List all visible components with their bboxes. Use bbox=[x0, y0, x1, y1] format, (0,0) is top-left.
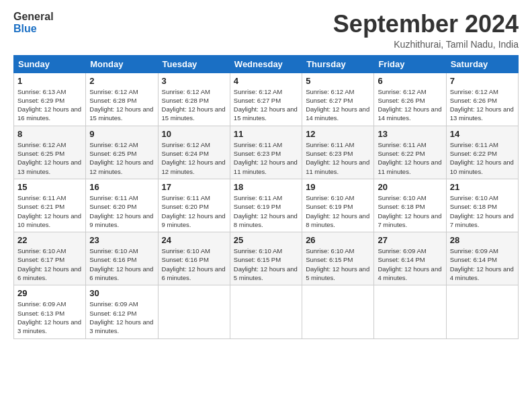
calendar-day-cell: 1 Sunrise: 6:13 AMSunset: 6:29 PMDayligh… bbox=[14, 73, 86, 126]
day-info: Sunrise: 6:11 AMSunset: 6:23 PMDaylight:… bbox=[306, 141, 369, 175]
day-info: Sunrise: 6:11 AMSunset: 6:22 PMDaylight:… bbox=[450, 141, 514, 175]
empty-cell bbox=[230, 285, 302, 338]
weekday-header-wednesday: Wednesday bbox=[230, 55, 302, 73]
day-info: Sunrise: 6:12 AMSunset: 6:27 PMDaylight:… bbox=[306, 88, 369, 122]
page: General Blue General Blue September 2024… bbox=[0, 0, 532, 411]
day-info: Sunrise: 6:11 AMSunset: 6:19 PMDaylight:… bbox=[234, 194, 298, 228]
calendar-day-cell: 27 Sunrise: 6:09 AMSunset: 6:14 PMDaylig… bbox=[374, 232, 446, 285]
calendar-day-cell: 28 Sunrise: 6:09 AMSunset: 6:14 PMDaylig… bbox=[446, 232, 518, 285]
day-number: 2 bbox=[89, 76, 154, 86]
logo-line2: Blue bbox=[13, 23, 54, 35]
calendar-day-cell: 11 Sunrise: 6:11 AMSunset: 6:23 PMDaylig… bbox=[230, 126, 302, 179]
day-info: Sunrise: 6:12 AMSunset: 6:28 PMDaylight:… bbox=[89, 88, 153, 122]
day-number: 22 bbox=[17, 235, 82, 245]
calendar-day-cell: 2 Sunrise: 6:12 AMSunset: 6:28 PMDayligh… bbox=[86, 73, 158, 126]
calendar-day-cell: 12 Sunrise: 6:11 AMSunset: 6:23 PMDaylig… bbox=[302, 126, 374, 179]
day-info: Sunrise: 6:10 AMSunset: 6:16 PMDaylight:… bbox=[162, 247, 226, 281]
weekday-header-sunday: Sunday bbox=[14, 55, 86, 73]
calendar-day-cell: 25 Sunrise: 6:10 AMSunset: 6:15 PMDaylig… bbox=[230, 232, 302, 285]
day-number: 16 bbox=[89, 182, 154, 192]
calendar-week-row: 22 Sunrise: 6:10 AMSunset: 6:17 PMDaylig… bbox=[14, 232, 519, 285]
day-number: 4 bbox=[234, 76, 298, 86]
calendar-day-cell: 9 Sunrise: 6:12 AMSunset: 6:25 PMDayligh… bbox=[86, 126, 158, 179]
calendar-week-row: 15 Sunrise: 6:11 AMSunset: 6:21 PMDaylig… bbox=[14, 179, 519, 232]
day-number: 10 bbox=[162, 129, 226, 139]
day-info: Sunrise: 6:09 AMSunset: 6:14 PMDaylight:… bbox=[450, 247, 514, 281]
day-info: Sunrise: 6:12 AMSunset: 6:28 PMDaylight:… bbox=[162, 88, 226, 122]
day-info: Sunrise: 6:10 AMSunset: 6:18 PMDaylight:… bbox=[378, 194, 441, 228]
day-info: Sunrise: 6:10 AMSunset: 6:15 PMDaylight:… bbox=[234, 247, 298, 281]
day-number: 7 bbox=[450, 76, 515, 86]
calendar-day-cell: 13 Sunrise: 6:11 AMSunset: 6:22 PMDaylig… bbox=[374, 126, 446, 179]
month-title: September 2024 bbox=[333, 11, 519, 38]
calendar-day-cell: 22 Sunrise: 6:10 AMSunset: 6:17 PMDaylig… bbox=[14, 232, 86, 285]
logo-line1: General bbox=[13, 11, 54, 23]
day-number: 19 bbox=[306, 182, 370, 192]
day-info: Sunrise: 6:10 AMSunset: 6:19 PMDaylight:… bbox=[306, 194, 369, 228]
calendar-day-cell: 20 Sunrise: 6:10 AMSunset: 6:18 PMDaylig… bbox=[374, 179, 446, 232]
day-number: 30 bbox=[89, 288, 154, 298]
calendar-day-cell: 10 Sunrise: 6:12 AMSunset: 6:24 PMDaylig… bbox=[158, 126, 230, 179]
day-number: 1 bbox=[17, 76, 82, 86]
day-number: 27 bbox=[378, 235, 442, 245]
calendar-table: SundayMondayTuesdayWednesdayThursdayFrid… bbox=[13, 55, 519, 339]
day-number: 20 bbox=[378, 182, 442, 192]
day-info: Sunrise: 6:12 AMSunset: 6:25 PMDaylight:… bbox=[17, 141, 81, 175]
calendar-week-row: 29 Sunrise: 6:09 AMSunset: 6:13 PMDaylig… bbox=[14, 285, 519, 338]
calendar-day-cell: 30 Sunrise: 6:09 AMSunset: 6:12 PMDaylig… bbox=[86, 285, 158, 338]
calendar-day-cell: 16 Sunrise: 6:11 AMSunset: 6:20 PMDaylig… bbox=[86, 179, 158, 232]
day-info: Sunrise: 6:10 AMSunset: 6:18 PMDaylight:… bbox=[450, 194, 514, 228]
logo: General Blue General Blue bbox=[13, 11, 54, 34]
calendar-day-cell: 17 Sunrise: 6:11 AMSunset: 6:20 PMDaylig… bbox=[158, 179, 230, 232]
day-number: 26 bbox=[306, 235, 370, 245]
day-number: 25 bbox=[234, 235, 298, 245]
day-number: 28 bbox=[450, 235, 515, 245]
day-number: 23 bbox=[89, 235, 154, 245]
empty-cell bbox=[158, 285, 230, 338]
calendar-day-cell: 5 Sunrise: 6:12 AMSunset: 6:27 PMDayligh… bbox=[302, 73, 374, 126]
empty-cell bbox=[302, 285, 374, 338]
day-number: 18 bbox=[234, 182, 298, 192]
header: General Blue General Blue September 2024… bbox=[13, 11, 519, 50]
title-section: September 2024 Kuzhithurai, Tamil Nadu, … bbox=[333, 11, 519, 50]
location-subtitle: Kuzhithurai, Tamil Nadu, India bbox=[333, 39, 519, 50]
calendar-day-cell: 8 Sunrise: 6:12 AMSunset: 6:25 PMDayligh… bbox=[14, 126, 86, 179]
calendar-week-row: 8 Sunrise: 6:12 AMSunset: 6:25 PMDayligh… bbox=[14, 126, 519, 179]
day-number: 11 bbox=[234, 129, 298, 139]
calendar-day-cell: 23 Sunrise: 6:10 AMSunset: 6:16 PMDaylig… bbox=[86, 232, 158, 285]
day-info: Sunrise: 6:11 AMSunset: 6:22 PMDaylight:… bbox=[378, 141, 441, 175]
calendar-day-cell: 18 Sunrise: 6:11 AMSunset: 6:19 PMDaylig… bbox=[230, 179, 302, 232]
day-number: 15 bbox=[17, 182, 82, 192]
calendar-day-cell: 26 Sunrise: 6:10 AMSunset: 6:15 PMDaylig… bbox=[302, 232, 374, 285]
calendar-header-row: SundayMondayTuesdayWednesdayThursdayFrid… bbox=[14, 55, 519, 73]
day-info: Sunrise: 6:12 AMSunset: 6:24 PMDaylight:… bbox=[162, 141, 226, 175]
day-info: Sunrise: 6:10 AMSunset: 6:16 PMDaylight:… bbox=[89, 247, 153, 281]
day-info: Sunrise: 6:11 AMSunset: 6:20 PMDaylight:… bbox=[162, 194, 226, 228]
day-number: 12 bbox=[306, 129, 370, 139]
calendar-day-cell: 14 Sunrise: 6:11 AMSunset: 6:22 PMDaylig… bbox=[446, 126, 518, 179]
day-number: 3 bbox=[162, 76, 226, 86]
day-info: Sunrise: 6:11 AMSunset: 6:21 PMDaylight:… bbox=[17, 194, 81, 228]
calendar-day-cell: 24 Sunrise: 6:10 AMSunset: 6:16 PMDaylig… bbox=[158, 232, 230, 285]
day-info: Sunrise: 6:12 AMSunset: 6:25 PMDaylight:… bbox=[89, 141, 153, 175]
calendar-day-cell: 29 Sunrise: 6:09 AMSunset: 6:13 PMDaylig… bbox=[14, 285, 86, 338]
calendar-week-row: 1 Sunrise: 6:13 AMSunset: 6:29 PMDayligh… bbox=[14, 73, 519, 126]
weekday-header-tuesday: Tuesday bbox=[158, 55, 230, 73]
weekday-header-thursday: Thursday bbox=[302, 55, 374, 73]
day-info: Sunrise: 6:11 AMSunset: 6:20 PMDaylight:… bbox=[89, 194, 153, 228]
calendar-day-cell: 4 Sunrise: 6:12 AMSunset: 6:27 PMDayligh… bbox=[230, 73, 302, 126]
day-info: Sunrise: 6:12 AMSunset: 6:26 PMDaylight:… bbox=[450, 88, 514, 122]
day-number: 24 bbox=[162, 235, 226, 245]
calendar-day-cell: 15 Sunrise: 6:11 AMSunset: 6:21 PMDaylig… bbox=[14, 179, 86, 232]
day-number: 29 bbox=[17, 288, 82, 298]
weekday-header-saturday: Saturday bbox=[446, 55, 518, 73]
day-info: Sunrise: 6:11 AMSunset: 6:23 PMDaylight:… bbox=[234, 141, 298, 175]
day-info: Sunrise: 6:13 AMSunset: 6:29 PMDaylight:… bbox=[17, 88, 81, 122]
day-info: Sunrise: 6:10 AMSunset: 6:17 PMDaylight:… bbox=[17, 247, 81, 281]
day-number: 17 bbox=[162, 182, 226, 192]
calendar-day-cell: 6 Sunrise: 6:12 AMSunset: 6:26 PMDayligh… bbox=[374, 73, 446, 126]
day-info: Sunrise: 6:09 AMSunset: 6:14 PMDaylight:… bbox=[378, 247, 441, 281]
weekday-header-friday: Friday bbox=[374, 55, 446, 73]
day-number: 9 bbox=[89, 129, 154, 139]
day-info: Sunrise: 6:09 AMSunset: 6:12 PMDaylight:… bbox=[89, 300, 153, 334]
